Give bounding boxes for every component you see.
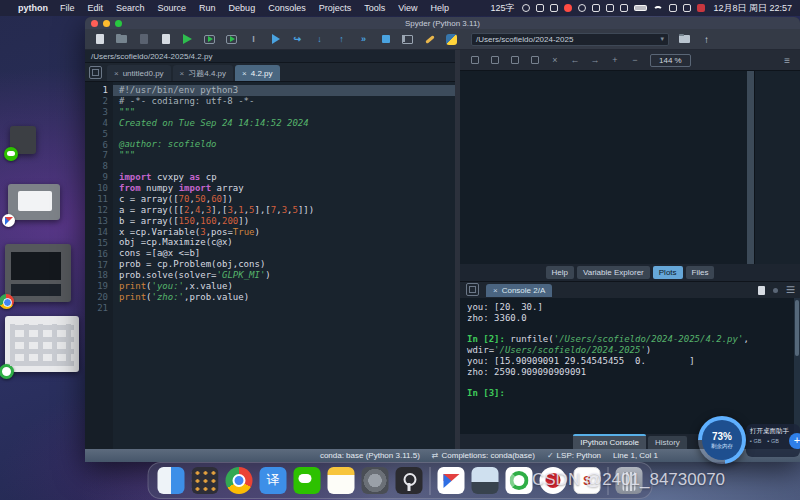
window-icon[interactable] (606, 4, 614, 12)
wifi-icon[interactable] (653, 6, 663, 11)
editor-tab[interactable]: ×习题4.4.py (173, 65, 233, 81)
dock-wechat[interactable] (294, 467, 321, 494)
maximize-pane-icon[interactable] (401, 33, 414, 46)
open-file-icon[interactable] (115, 33, 128, 46)
meeting-icon[interactable] (592, 4, 600, 12)
console-actions: ≡ (758, 281, 795, 299)
active-app-name[interactable]: python (18, 3, 48, 13)
debug-step-into-icon[interactable]: ↓ (313, 33, 326, 46)
dock-translate[interactable]: 译 (260, 467, 287, 494)
memory-label: 剩余内存 (711, 443, 733, 450)
console-options-icon[interactable]: ≡ (786, 281, 795, 299)
save-plot-icon[interactable] (470, 55, 480, 65)
console-browse-tabs-icon[interactable] (466, 283, 479, 296)
remove-all-plots-icon[interactable]: × (550, 55, 560, 65)
close-icon[interactable]: × (493, 286, 498, 295)
run-cell-advance-icon[interactable] (225, 33, 238, 46)
dock-passwords[interactable] (396, 467, 423, 494)
remove-plot-icon[interactable] (530, 55, 540, 65)
new-console-icon[interactable] (758, 286, 765, 295)
input-source-icon[interactable] (697, 4, 705, 12)
previous-plot-icon[interactable]: ← (570, 55, 580, 65)
dock-blue-app[interactable] (438, 467, 465, 494)
dock-finder[interactable] (158, 467, 185, 494)
emoji-icon[interactable] (522, 4, 530, 12)
plots-scrollbar[interactable] (747, 71, 754, 264)
preferences-wrench-icon[interactable] (423, 33, 436, 46)
parent-directory-icon[interactable]: ↑ (700, 33, 713, 46)
run-cell-icon[interactable] (203, 33, 216, 46)
zoom-out-icon[interactable]: − (630, 55, 640, 65)
dock-chrome[interactable] (226, 467, 253, 494)
menu-item-view[interactable]: View (398, 3, 417, 13)
copy-plot-icon[interactable] (510, 55, 520, 65)
menu-item-search[interactable]: Search (116, 3, 145, 13)
menubar-clock[interactable]: 12月8日 周日 22:57 (713, 2, 792, 15)
window-preview-grid[interactable] (5, 316, 79, 372)
tab-plots[interactable]: Plots (653, 266, 683, 279)
interrupt-kernel-icon[interactable] (773, 288, 778, 293)
debug-step-out-icon[interactable]: ↑ (335, 33, 348, 46)
window-titlebar[interactable]: Spyder (Python 3.11) (85, 17, 800, 29)
browse-directory-icon[interactable] (678, 33, 691, 46)
browse-tabs-icon[interactable] (89, 66, 102, 79)
tab-history[interactable]: History (648, 436, 687, 449)
console-tab[interactable]: × Console 2/A (486, 284, 552, 297)
menu-item-tools[interactable]: Tools (364, 3, 385, 13)
debug-icon[interactable] (269, 33, 282, 46)
save-all-plots-icon[interactable] (490, 55, 500, 65)
plus-icon[interactable]: + (789, 433, 800, 449)
editor-tab[interactable]: ×untitled0.py (107, 65, 171, 81)
dock-gallery-app[interactable] (472, 467, 499, 494)
menu-item-run[interactable]: Run (199, 3, 216, 13)
screen-record-icon[interactable] (564, 4, 572, 12)
python-env-icon[interactable] (445, 33, 458, 46)
window-preview-code[interactable] (5, 244, 71, 302)
close-icon[interactable]: × (242, 69, 247, 78)
stop-icon[interactable] (379, 33, 392, 46)
dictation-icon[interactable] (536, 4, 544, 12)
menu-item-help[interactable]: Help (431, 3, 450, 13)
debug-step-over-icon[interactable]: ↪ (291, 33, 304, 46)
editor-tab[interactable]: ×4.2.py (235, 65, 279, 81)
menu-item-file[interactable]: File (60, 3, 75, 13)
dock-green-ring-app[interactable] (506, 467, 533, 494)
tab-ipython-console[interactable]: IPython Console (573, 434, 646, 449)
tab-help[interactable]: Help (546, 266, 574, 279)
plots-options-icon[interactable]: ≡ (784, 55, 790, 66)
menu-item-debug[interactable]: Debug (229, 3, 256, 13)
console-scrollbar[interactable] (794, 298, 800, 434)
next-plot-icon[interactable]: → (590, 55, 600, 65)
close-icon[interactable]: × (180, 69, 185, 78)
menu-item-consoles[interactable]: Consoles (268, 3, 306, 13)
save-icon[interactable] (137, 33, 150, 46)
display-icon[interactable] (683, 4, 691, 12)
run-selection-icon[interactable]: I (247, 33, 260, 46)
ipython-console[interactable]: you: [20. 30.]zho: 3360.0 In [2]: runfil… (460, 298, 800, 434)
run-icon[interactable] (181, 33, 194, 46)
menu-item-source[interactable]: Source (158, 3, 187, 13)
dock-settings[interactable] (362, 467, 389, 494)
tab-variable-explorer[interactable]: Variable Explorer (577, 266, 650, 279)
dock-launchpad[interactable] (192, 467, 219, 494)
debug-continue-icon[interactable]: » (357, 33, 370, 46)
desktop-assistant-widget[interactable]: 打开桌面助手 ▪ GB▪ GB + (746, 424, 800, 457)
bluetooth-icon[interactable] (620, 4, 628, 12)
working-directory-select[interactable]: /Users/scofieldo/2024-2025 ▾ (471, 33, 669, 46)
menu-item-edit[interactable]: Edit (88, 3, 104, 13)
window-preview-dialog[interactable] (8, 184, 60, 220)
menu-item-projects[interactable]: Projects (319, 3, 352, 13)
tab-files[interactable]: Files (686, 266, 715, 279)
shapes-icon[interactable] (578, 4, 586, 12)
save-all-icon[interactable] (159, 33, 172, 46)
close-icon[interactable]: × (114, 69, 119, 78)
dock-notes[interactable] (328, 467, 355, 494)
battery-icon[interactable] (634, 5, 647, 11)
memory-ring-widget[interactable]: 73% 剩余内存 (698, 416, 746, 464)
window-preview-wechat[interactable] (10, 126, 36, 154)
search-icon[interactable] (669, 4, 677, 12)
new-file-icon[interactable] (93, 33, 106, 46)
keyboard-icon[interactable] (550, 4, 558, 12)
zoom-in-icon[interactable]: + (610, 55, 620, 65)
code-editor[interactable]: 123456789101112131415161718192021 #!/usr… (85, 82, 455, 449)
